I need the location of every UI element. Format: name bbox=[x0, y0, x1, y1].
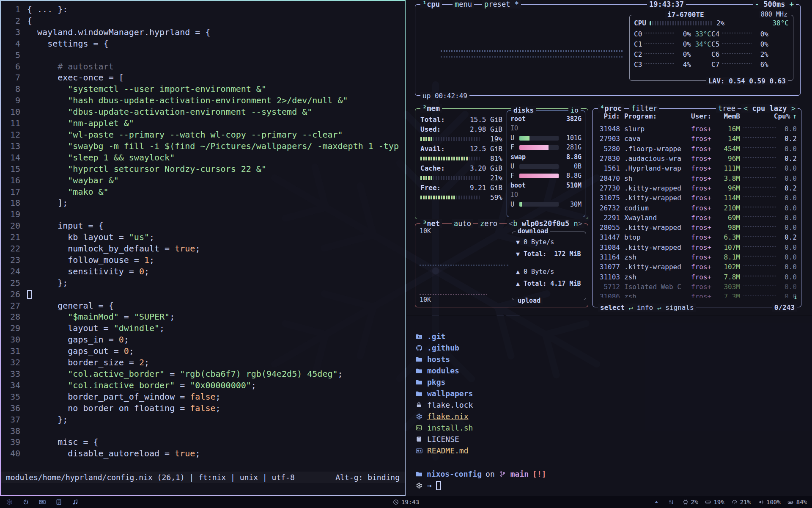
scroll-down-icon[interactable]: ↓ bbox=[793, 293, 798, 301]
tray-network-button[interactable] bbox=[667, 499, 675, 505]
editor-line[interactable]: 24 sensitivity = 0; bbox=[1, 266, 405, 277]
menu-button[interactable]: menu bbox=[453, 0, 474, 8]
editor-buffer[interactable]: 1{ ... }:2{3 wayland.windowManager.hyprl… bbox=[1, 1, 405, 459]
process-row[interactable]: 26732codiumfros+210M0.0 bbox=[596, 203, 797, 213]
editor-line[interactable]: 12 "wl-paste --primary --watch wl-copy -… bbox=[1, 129, 405, 141]
process-row[interactable]: 27903cavafros+14M0.2 bbox=[596, 134, 797, 144]
process-row[interactable]: 31075.kitty-wrappedfros+114M0.0 bbox=[596, 193, 797, 203]
process-row[interactable]: 31164zshfros+8.1M0.0 bbox=[596, 252, 797, 262]
status-memory[interactable]: 19% bbox=[705, 499, 724, 505]
editor-line[interactable]: 32 border_size = 2; bbox=[1, 357, 405, 368]
editor-line[interactable]: 11 "nm-applet &" bbox=[1, 118, 405, 129]
status-disk[interactable]: 21% bbox=[731, 499, 751, 505]
process-row[interactable]: 31086zshfros+7.3M0.0 bbox=[596, 292, 797, 298]
editor-line[interactable]: 8 "systemctl --user import-environment &… bbox=[1, 83, 405, 95]
scroll-up-icon[interactable]: ↑ bbox=[793, 112, 797, 120]
editor-line[interactable]: 17 "mako &" bbox=[1, 186, 405, 198]
signals-button[interactable]: signals bbox=[665, 304, 694, 312]
process-row[interactable]: 28470shfros+3.8M0.0 bbox=[596, 173, 797, 183]
taskbar-nix-button[interactable] bbox=[5, 499, 13, 505]
editor-line[interactable]: 38 bbox=[1, 425, 405, 437]
shell-input-line[interactable]: → bbox=[415, 480, 812, 491]
proc-table-header[interactable]: Pid: Program: User: MemB Cpu% ↑ bbox=[596, 112, 797, 120]
process-row[interactable]: 27730.kitty-wrappedfros+96M0.2 bbox=[596, 183, 797, 193]
editor-line[interactable]: 34 "col.inactive_border" = "0x00000000"; bbox=[1, 380, 405, 391]
process-row[interactable]: 31084.kitty-wrappedfros+107M0.0 bbox=[596, 243, 797, 252]
process-row[interactable]: 31447btopfros+6.3M0.2 bbox=[596, 232, 797, 242]
editor-line[interactable]: 27 general = { bbox=[1, 300, 405, 312]
taskbar-music-button[interactable] bbox=[71, 499, 79, 505]
proc-filter-button[interactable]: filter bbox=[629, 104, 659, 113]
preset-button[interactable]: preset * bbox=[482, 0, 521, 8]
tray-caret-up-button[interactable] bbox=[653, 500, 661, 505]
editor-line[interactable]: 31 gaps_out = 0; bbox=[1, 345, 405, 357]
editor-line[interactable]: 10 "dbus-update-activation-environment -… bbox=[1, 106, 405, 118]
editor-line[interactable]: 29 layout = "dwindle"; bbox=[1, 323, 405, 334]
process-row[interactable]: 31077.kitty-wrappedfros+102M0.0 bbox=[596, 262, 797, 272]
editor-line[interactable]: 35 border_part_of_window = false; bbox=[1, 391, 405, 403]
editor-line[interactable]: 16 "waybar &" bbox=[1, 175, 405, 186]
disks-title[interactable]: disks bbox=[511, 106, 536, 114]
editor-line[interactable]: 28 "$mainMod" = "SUPER"; bbox=[1, 311, 405, 323]
process-row[interactable]: 2291Xwaylandfros+69M0.0 bbox=[596, 213, 797, 223]
process-row[interactable]: 31948slurpfros+16M0.0 bbox=[596, 124, 797, 134]
editor-line[interactable]: 23 follow_mouse = 1; bbox=[1, 254, 405, 266]
editor-line[interactable]: 20 input = { bbox=[1, 220, 405, 232]
editor-line[interactable]: 13 "swaybg -m fill -i $(find ~/Pictures/… bbox=[1, 141, 405, 152]
status-battery[interactable]: 84% bbox=[787, 499, 807, 505]
editor-line[interactable]: 6 # autostart bbox=[1, 61, 405, 72]
proc-tree-button[interactable]: tree bbox=[716, 104, 738, 113]
net-interface-switch[interactable]: <b wlp0s20f0u5 n> bbox=[507, 219, 584, 228]
process-row[interactable]: 1561.Hyprland-wrapfros+111M0.0 bbox=[596, 163, 797, 173]
editor-line[interactable]: 39 misc = { bbox=[1, 436, 405, 448]
editor-line[interactable]: 33 "col.active_border" = "rgb(cba6f7) rg… bbox=[1, 368, 405, 380]
editor-line[interactable]: 4 settings = { bbox=[1, 38, 405, 50]
process-row[interactable]: 28055.kitty-wrappedfros+98M0.0 bbox=[596, 223, 797, 232]
editor-line[interactable]: 21 kb_layout = "us"; bbox=[1, 232, 405, 243]
editor-line[interactable]: 5 bbox=[1, 50, 405, 61]
btop-pane[interactable]: ¹cpu menu preset * 19:43:37 - 500ms + up… bbox=[406, 0, 812, 315]
process-row[interactable]: 5280.floorp-wrappefros+454M0.0 bbox=[596, 144, 797, 154]
editor-line[interactable]: 40 disable_autoreload = true; bbox=[1, 448, 405, 459]
taskbar-keyboard-button[interactable] bbox=[38, 499, 46, 505]
interval-minus-button[interactable]: - bbox=[755, 0, 759, 8]
mem-box-title[interactable]: ²mem bbox=[420, 104, 442, 113]
editor-line[interactable]: 36 no_border_on_floating = false; bbox=[1, 403, 405, 414]
editor-line[interactable]: 9 "hash dbus-update-activation-environme… bbox=[1, 95, 405, 106]
net-zero-button[interactable]: zero bbox=[478, 219, 499, 228]
taskbar-power-button[interactable] bbox=[22, 499, 30, 505]
taskbar-notes-button[interactable] bbox=[55, 499, 63, 505]
editor-line[interactable]: 7 exec-once = [ bbox=[1, 72, 405, 83]
editor-line[interactable]: 2{ bbox=[1, 15, 405, 27]
net-auto-button[interactable]: auto bbox=[452, 219, 473, 228]
status-cpu[interactable]: 2% bbox=[682, 499, 698, 505]
editor-line[interactable]: 3 wayland.windowManager.hyprland = { bbox=[1, 27, 405, 38]
editor-line[interactable]: 37 }; bbox=[1, 414, 405, 425]
editor-line[interactable]: 14 "sleep 1 && swaylock" bbox=[1, 152, 405, 163]
proc-box-title[interactable]: ⁴proc bbox=[598, 104, 624, 113]
editor-line[interactable]: 25 }; bbox=[1, 277, 405, 289]
select-button[interactable]: select bbox=[600, 304, 625, 312]
net-box-title[interactable]: ³net bbox=[420, 219, 442, 228]
editor-line[interactable]: 22 numlock_by_default = true; bbox=[1, 243, 405, 254]
editor-pane[interactable]: 1{ ... }:2{3 wayland.windowManager.hyprl… bbox=[0, 0, 406, 496]
mem-stat-bar: 19% bbox=[420, 134, 502, 144]
editor-line[interactable]: 1{ ... }: bbox=[1, 4, 405, 15]
editor-line[interactable]: 15 "hyprctl setcursor Nordzy-cursors 22 … bbox=[1, 163, 405, 175]
terminal-pane[interactable]: .git.githubhostsmodulespkgswallpapersfla… bbox=[406, 316, 812, 496]
process-row[interactable]: 5712Isolated Web Cfros+303M0.0 bbox=[596, 282, 797, 292]
interval-plus-button[interactable]: + bbox=[790, 0, 794, 8]
cpu-box-title[interactable]: ¹cpu bbox=[420, 0, 442, 8]
process-row[interactable]: 27830.audacious-wrafros+96M0.2 bbox=[596, 154, 797, 163]
editor-line[interactable]: 19 bbox=[1, 209, 405, 220]
info-button[interactable]: info bbox=[637, 304, 653, 312]
process-row[interactable]: 31103zshfros+7.8M0.0 bbox=[596, 272, 797, 282]
disks-io-toggle[interactable]: io bbox=[568, 106, 581, 114]
editor-line[interactable]: 26 bbox=[1, 289, 405, 300]
line-number: 7 bbox=[1, 72, 20, 83]
editor-line[interactable]: 30 gaps_in = 0; bbox=[1, 334, 405, 345]
status-volume[interactable]: 100% bbox=[757, 499, 781, 505]
editor-line[interactable]: 18 ]; bbox=[1, 197, 405, 209]
statusline-file-info: modules/home/hyprland/config.nix (26,1) … bbox=[6, 473, 295, 482]
proc-sort-control[interactable]: < cpu lazy > bbox=[741, 104, 798, 113]
